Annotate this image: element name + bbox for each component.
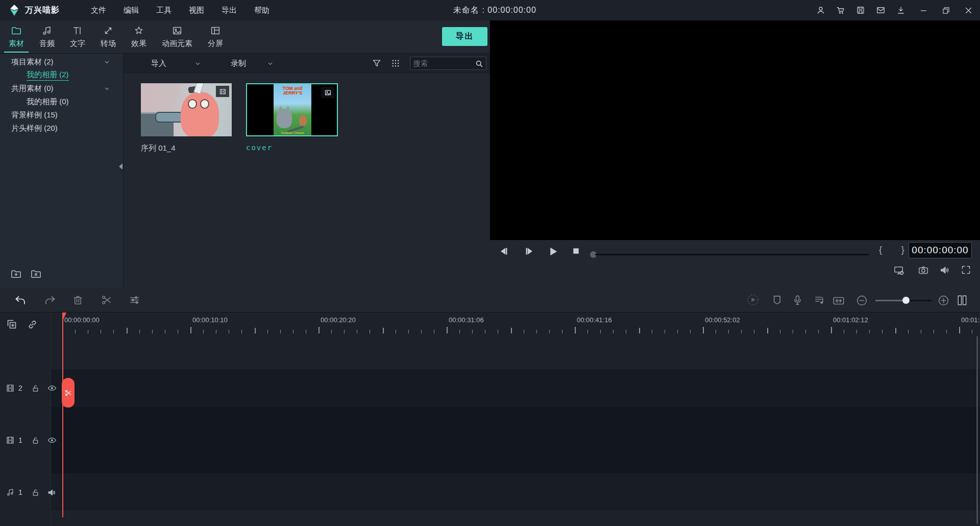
- eye-icon[interactable]: [47, 383, 57, 393]
- eye-icon[interactable]: [47, 435, 57, 445]
- fit-to-timeline-icon[interactable]: [832, 294, 845, 307]
- timeline-empty-area: [51, 334, 980, 369]
- video-track-1-lane[interactable]: [51, 407, 980, 473]
- record-chevron-icon[interactable]: [267, 60, 274, 67]
- import-button[interactable]: 导入: [151, 54, 166, 73]
- export-button[interactable]: 导出: [442, 27, 487, 46]
- menu-view[interactable]: 视图: [182, 4, 211, 17]
- video-clip-badge: [216, 86, 229, 97]
- link-icon[interactable]: [27, 319, 38, 330]
- media-item-image[interactable]: TOM and JERRY'S Greatest Chases: [246, 83, 338, 136]
- ruler-tick: [267, 330, 268, 333]
- sidebar-item-intro-samples[interactable]: 片头样例 (20): [0, 122, 124, 135]
- download-icon[interactable]: [896, 6, 905, 15]
- minimize-icon[interactable]: [919, 6, 928, 15]
- ruler-tick: [741, 330, 742, 333]
- import-chevron-icon[interactable]: [194, 60, 201, 67]
- display-settings-icon[interactable]: [893, 265, 905, 276]
- sidebar-item-my-album-project[interactable]: 我的相册 (2): [0, 68, 124, 82]
- menu-tools[interactable]: 工具: [150, 4, 178, 17]
- close-icon[interactable]: [964, 6, 973, 15]
- tab-elements[interactable]: 动画元素: [154, 20, 200, 53]
- video-track-2-header: 2: [0, 374, 51, 402]
- search-icon[interactable]: [475, 59, 483, 68]
- scissors-icon[interactable]: [101, 294, 112, 306]
- adjust-settings-icon[interactable]: [129, 294, 140, 306]
- menu-file[interactable]: 文件: [84, 4, 113, 17]
- panel-layout-icon[interactable]: [955, 294, 969, 307]
- snapshot-camera-icon[interactable]: [918, 265, 929, 276]
- account-icon[interactable]: [816, 6, 825, 15]
- render-preview-icon[interactable]: [746, 293, 760, 307]
- tab-text[interactable]: 文字: [62, 20, 93, 53]
- restore-icon[interactable]: [942, 6, 950, 15]
- preview-video-area[interactable]: [490, 20, 980, 240]
- undo-icon[interactable]: [14, 294, 27, 306]
- sidebar-collapse-handle[interactable]: [119, 163, 122, 170]
- marker-icon[interactable]: [771, 294, 783, 306]
- tab-transitions[interactable]: 转场: [93, 20, 124, 53]
- sidebar-item-my-album-shared[interactable]: 我的相册 (0): [0, 95, 124, 108]
- volume-icon[interactable]: [939, 265, 950, 276]
- timeline-vertical-scrollbar[interactable]: [976, 336, 978, 524]
- cart-icon[interactable]: [836, 6, 845, 15]
- menu-edit[interactable]: 编辑: [117, 4, 145, 17]
- tab-splitscreen[interactable]: 分屏: [200, 20, 231, 53]
- playhead-handle[interactable]: [62, 378, 75, 408]
- lock-open-icon[interactable]: [31, 384, 40, 393]
- record-button[interactable]: 录制: [231, 54, 246, 73]
- fullscreen-icon[interactable]: [961, 265, 971, 275]
- add-track-icon[interactable]: [6, 318, 18, 330]
- media-item-video[interactable]: [141, 83, 232, 136]
- zoom-in-icon[interactable]: [937, 294, 950, 307]
- menu-bar: 文件 编辑 工具 视图 导出 帮助: [84, 4, 276, 17]
- chevron-down-icon[interactable]: [104, 85, 110, 92]
- ruler-timecode-label: 00:00:41:16: [577, 316, 612, 324]
- next-frame-button[interactable]: [524, 246, 535, 257]
- filter-icon[interactable]: [372, 58, 382, 68]
- voiceover-mic-icon[interactable]: [792, 294, 803, 306]
- ruler-timecode-label: 00:01:12:22: [961, 316, 980, 324]
- delete-icon[interactable]: [72, 294, 84, 306]
- ruler-tick: [216, 330, 216, 333]
- mute-speaker-icon[interactable]: [47, 488, 57, 497]
- timeline-ruler[interactable]: 00:00:00:0000:00:10:1000:00:20:2000:00:3…: [51, 313, 980, 334]
- chevron-down-icon[interactable]: [104, 59, 110, 65]
- ruler-tick: [434, 330, 434, 333]
- tab-audio[interactable]: 音频: [32, 20, 62, 53]
- tab-effects[interactable]: 效果: [124, 20, 154, 53]
- lock-open-icon[interactable]: [31, 436, 40, 445]
- redo-icon[interactable]: [44, 294, 56, 306]
- zoom-out-icon[interactable]: [855, 294, 868, 307]
- audio-mixer-icon[interactable]: [814, 294, 826, 306]
- ruler-tick: [587, 330, 588, 333]
- search-input[interactable]: [410, 59, 475, 67]
- play-button[interactable]: [547, 246, 559, 257]
- menu-help[interactable]: 帮助: [248, 4, 276, 17]
- ruler-tick: [472, 330, 473, 333]
- video-track-2-lane[interactable]: [51, 369, 980, 407]
- mark-inout-buttons[interactable]: { }: [879, 244, 913, 255]
- remove-folder-icon[interactable]: [30, 268, 42, 280]
- save-icon[interactable]: [856, 6, 865, 15]
- scrubber-track[interactable]: [595, 254, 869, 255]
- sidebar-item-shared-media[interactable]: 共用素材 (0): [0, 82, 124, 95]
- stop-button[interactable]: [571, 246, 581, 256]
- grid-view-icon[interactable]: [391, 59, 400, 68]
- audio-track-1-lane[interactable]: [51, 473, 980, 509]
- playhead-flag[interactable]: [62, 313, 66, 322]
- ruler-tick: [831, 327, 832, 333]
- mail-icon[interactable]: [876, 6, 886, 15]
- lock-open-icon[interactable]: [31, 488, 40, 497]
- ruler-tick: [575, 327, 576, 333]
- add-folder-icon[interactable]: [10, 268, 22, 280]
- sidebar-item-project-media[interactable]: 项目素材 (2): [0, 55, 124, 68]
- timeline-zoom-slider-handle[interactable]: [902, 297, 910, 304]
- ruler-tick: [972, 330, 972, 333]
- tab-media[interactable]: 素材: [1, 20, 32, 53]
- sidebar-item-background-samples[interactable]: 背景样例 (15): [0, 108, 124, 122]
- menu-export[interactable]: 导出: [215, 4, 243, 17]
- track-number: 1: [18, 436, 22, 444]
- previous-frame-button[interactable]: [498, 246, 509, 257]
- ruler-tick: [152, 330, 153, 333]
